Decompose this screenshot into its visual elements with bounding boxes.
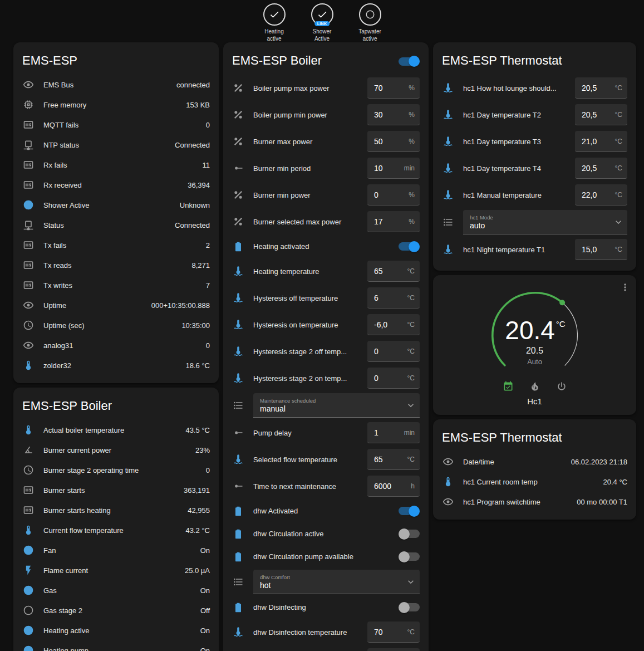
number-input[interactable]: 17 %: [367, 211, 420, 232]
entity-value: 0: [206, 121, 210, 129]
number-input[interactable]: 20,5 °C: [575, 104, 627, 125]
toggle-switch[interactable]: [399, 552, 420, 561]
number-input[interactable]: 0 °C: [367, 368, 420, 389]
entity-label: Burner max power: [253, 138, 358, 146]
entity-value: 000+10:35:00.888: [151, 301, 210, 310]
badge-shower-active[interactable]: LINK Shower Active: [301, 3, 344, 42]
entity-label: hc1 Manual temperature: [463, 191, 566, 199]
number-input[interactable]: 15,0 °C: [575, 239, 627, 260]
entity-label: Tx reads: [43, 261, 183, 270]
select-input[interactable]: hc1 Mode auto: [463, 210, 627, 234]
entity-row[interactable]: Heating pump On: [22, 640, 210, 651]
toggle-switch[interactable]: [399, 242, 420, 251]
number-entity-row: Selected flow temperature 65 °C: [232, 446, 420, 473]
chevron-down-icon: [405, 576, 416, 588]
select-input[interactable]: dhw Comfort hot: [253, 570, 420, 594]
entity-row[interactable]: Gas stage 2 Off: [22, 600, 210, 620]
entity-row[interactable]: Burner starts heating 42,955: [22, 500, 210, 520]
entity-row[interactable]: EMS Bus connected: [22, 75, 210, 95]
entity-row[interactable]: Tx writes 7: [22, 275, 210, 295]
entity-row[interactable]: Free memory 153 KB: [22, 95, 210, 115]
entity-label: zolder32: [43, 361, 176, 370]
thermostat-dial[interactable]: 20.4°C 20.5 Auto: [485, 285, 585, 385]
entity-row[interactable]: NTP status Connected: [22, 135, 210, 155]
entity-row[interactable]: Date/time 06.02.2023 21:18: [442, 452, 627, 472]
angle-icon: [22, 444, 35, 456]
entity-row[interactable]: Fan On: [22, 540, 210, 560]
entity-value: Connected: [175, 141, 210, 149]
toggle-switch[interactable]: [399, 603, 420, 611]
number-unit: °C: [407, 267, 415, 275]
number-entity-row: Time to next maintenance 6000 h: [232, 473, 420, 500]
card-title: EMS-ESP: [22, 48, 210, 75]
entity-row[interactable]: Uptime (sec) 10:35:00: [22, 315, 210, 335]
number-input[interactable]: 50 %: [367, 131, 420, 152]
number-unit: °C: [407, 628, 415, 636]
number-input[interactable]: 1 min: [367, 422, 420, 443]
number-input[interactable]: 0 °C: [367, 341, 420, 362]
number-input[interactable]: 21,0 °C: [575, 131, 627, 152]
number-unit: min: [404, 164, 415, 172]
toggle-switch[interactable]: [399, 530, 420, 538]
number-input[interactable]: 6000 h: [367, 476, 420, 497]
entity-row[interactable]: zolder32 18.6 °C: [22, 355, 210, 375]
entity-row[interactable]: Shower Active Unknown: [22, 195, 210, 215]
entity-label: Hysteresis off temperature: [253, 294, 358, 302]
number-input[interactable]: -6,0 °C: [367, 314, 420, 335]
number-input[interactable]: 20,5 °C: [575, 77, 627, 99]
counter-icon: [22, 280, 35, 291]
entity-row[interactable]: Actual boiler temperature 43.5 °C: [22, 420, 210, 440]
number-input[interactable]: 6 °C: [367, 287, 420, 309]
entity-row[interactable]: analog31 0: [22, 335, 210, 355]
eye-icon: [22, 79, 35, 90]
entity-row[interactable]: Burner stage 2 operating time 0: [22, 460, 210, 480]
entity-row[interactable]: hc1 Program switchtime 00 mo 00:00 T1: [442, 492, 627, 512]
entity-row[interactable]: Rx received 36,394: [22, 175, 210, 195]
number-input[interactable]: 65 °C: [367, 449, 420, 470]
entity-row[interactable]: MQTT fails 0: [22, 115, 210, 135]
eye-icon: [442, 496, 454, 507]
number-input[interactable]: 30 %: [367, 104, 420, 125]
badge-heating-active[interactable]: Heating active: [253, 3, 296, 42]
entity-row[interactable]: Status Connected: [22, 215, 210, 235]
entity-value: Off: [200, 606, 210, 615]
entity-row[interactable]: Rx fails 11: [22, 155, 210, 175]
number-input[interactable]: 70 %: [367, 77, 420, 99]
number-unit: %: [409, 111, 415, 119]
toggle-switch[interactable]: [399, 507, 420, 515]
entity-row[interactable]: Burner current power 23%: [22, 440, 210, 460]
thermo-water-icon: [442, 109, 454, 120]
number-input[interactable]: 20,5 °C: [575, 158, 627, 179]
entity-row[interactable]: Heating active On: [22, 620, 210, 640]
number-input[interactable]: 22,0 °C: [575, 184, 627, 205]
select-input[interactable]: Maintenance scheduled manual: [253, 393, 420, 418]
more-options-icon[interactable]: [620, 282, 631, 293]
entity-row[interactable]: Uptime 000+10:35:00.888: [22, 295, 210, 315]
entity-row[interactable]: Flame current 25.0 µA: [22, 560, 210, 580]
number-entity-row: Boiler pump max power 70 %: [232, 75, 420, 101]
entity-row[interactable]: Tx reads 8,271: [22, 255, 210, 275]
entity-row[interactable]: Gas On: [22, 580, 210, 600]
number-entity-row: Burner min period 10 min: [232, 155, 420, 182]
counter-icon: [22, 159, 35, 170]
entity-label: Burner stage 2 operating time: [43, 466, 197, 474]
number-input[interactable]: 0 %: [367, 184, 420, 205]
entity-row[interactable]: hc1 Current room temp 20.4 °C: [442, 472, 627, 492]
number-input[interactable]: 10 min: [367, 158, 420, 179]
number-input[interactable]: 40 °C: [367, 648, 420, 651]
entity-label: Burner starts heating: [43, 506, 179, 515]
number-entity-row: Hysteresis stage 2 on temp... 0 °C: [232, 365, 420, 391]
number-input[interactable]: 65 °C: [367, 261, 420, 282]
entity-label: dhw Activated: [253, 507, 390, 515]
entity-row[interactable]: Tx fails 2: [22, 235, 210, 255]
entity-value: 23%: [195, 446, 210, 454]
entity-value: Unknown: [180, 201, 210, 209]
number-unit: %: [409, 138, 415, 145]
entity-row[interactable]: Burner starts 363,191: [22, 480, 210, 500]
boiler-master-toggle[interactable]: [399, 57, 420, 66]
entity-row[interactable]: Current flow temperature 43.2 °C: [22, 520, 210, 540]
badge-tapwater-active[interactable]: Tapwater active: [348, 3, 392, 42]
number-value: 10: [374, 164, 383, 173]
thermostat-name: Hc1: [442, 397, 627, 406]
number-input[interactable]: 70 °C: [367, 621, 420, 643]
